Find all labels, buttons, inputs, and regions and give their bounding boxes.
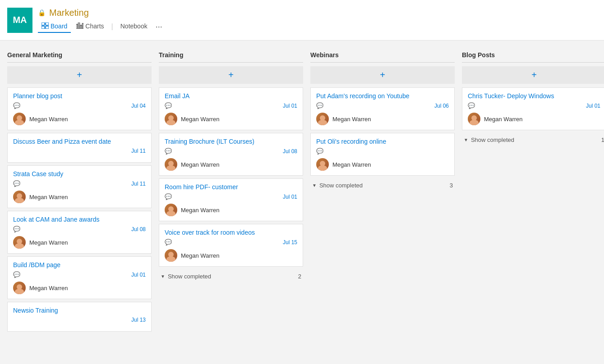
avatar [165,158,177,171]
nav-more[interactable]: ··· [153,21,165,32]
assignee-name: Megan Warren [29,285,68,291]
comment-icon: 💬 [165,102,172,109]
task-card[interactable]: Training Brochure (ILT Courses) 💬 Jul 08… [159,133,303,176]
task-card[interactable]: Look at CAM and Jane awards 💬 Jul 08 Meg… [7,211,152,254]
task-assignee: Megan Warren [13,236,146,249]
svg-rect-3 [46,26,49,29]
app-avatar: MA [7,8,32,33]
avatar [165,249,177,262]
task-date: Jul 15 [283,239,297,246]
column-training: Training + Email JA 💬 Jul 01 Megan Warre… [159,48,303,357]
assignee-name: Megan Warren [332,116,371,123]
column-header-general-marketing: General Marketing [7,48,152,63]
task-card[interactable]: Planner blog post 💬 Jul 04 Megan Warren [7,87,152,130]
show-completed-blog-posts[interactable]: ▼ Show completed 1 [462,133,604,147]
task-assignee: Megan Warren [468,113,600,125]
task-card[interactable]: Strata Case study 💬 Jul 11 Megan Warren [7,165,152,208]
task-assignee: Megan Warren [316,113,449,125]
lock-icon: 🔒 [38,9,46,16]
task-assignee: Megan Warren [13,282,146,294]
svg-rect-4 [76,24,78,29]
task-title: Chris Tucker- Deploy Windows [468,92,600,100]
comment-icon: 💬 [165,148,172,155]
comment-icon: 💬 [13,102,20,109]
show-completed-label: Show completed [319,182,363,189]
column-blog-posts: Blog Posts + Chris Tucker- Deploy Window… [462,48,604,357]
comment-icon: 💬 [13,226,20,232]
nav-separator: | [111,23,113,31]
nav-notebook[interactable]: Notebook [117,21,151,32]
task-date: Jul 01 [283,194,297,200]
assignee-name: Megan Warren [332,161,371,168]
task-title: Voice over track for room videos [165,229,297,236]
task-title: Build /BDM page [13,261,146,268]
chevron-down-icon: ▼ [464,137,468,142]
task-card[interactable]: Put Adam's recording on Youtube 💬 Jul 06… [310,87,455,130]
completed-count: 3 [450,182,453,189]
task-date: Jul 06 [434,103,449,109]
task-title: Newsio Training [13,307,146,314]
chevron-down-icon: ▼ [312,183,317,188]
column-webinars: Webinars + Put Adam's recording on Youtu… [310,48,455,357]
assignee-name: Megan Warren [29,239,68,246]
nav-board-label: Board [51,23,67,30]
task-date: Jul 01 [586,103,600,109]
board-container: General Marketing + Planner blog post 💬 … [0,41,604,364]
show-completed-webinars[interactable]: ▼ Show completed 3 [310,178,455,192]
avatar [316,158,329,171]
avatar [468,113,480,125]
task-card[interactable]: Put Oli's recording online 💬 Megan Warre… [310,133,455,176]
task-meta: 💬 Jul 04 [13,102,146,109]
header-nav: Board Charts | Notebook ··· [38,21,165,33]
task-date: Jul 08 [283,148,297,155]
task-meta: 💬 Jul 01 [13,271,146,278]
task-meta: 💬 Jul 01 [165,102,297,109]
task-date: Jul 01 [283,103,297,109]
header-right: 🔒 Marketing Board Charts | Notebook ··· [38,8,165,33]
svg-rect-7 [83,23,84,29]
add-task-webinars[interactable]: + [310,66,455,84]
column-header-blog-posts: Blog Posts [462,48,604,63]
task-title: Discuss Beer and Pizza event date [13,138,146,145]
completed-count: 2 [298,273,301,280]
task-card[interactable]: Newsio Training Jul 13 [7,302,152,332]
comment-icon: 💬 [316,102,323,109]
task-card[interactable]: Discuss Beer and Pizza event date Jul 11 [7,133,152,163]
task-meta: 💬 [316,148,449,155]
task-title: Strata Case study [13,170,146,177]
task-title: Email JA [165,92,297,100]
task-card[interactable]: Voice over track for room videos 💬 Jul 1… [159,224,303,267]
task-assignee: Megan Warren [13,113,146,125]
task-meta: Jul 13 [13,317,146,323]
task-meta: 💬 Jul 01 [165,193,297,200]
task-assignee: Megan Warren [165,158,297,171]
task-card[interactable]: Build /BDM page 💬 Jul 01 Megan Warren [7,256,152,299]
nav-charts[interactable]: Charts [73,21,107,33]
task-assignee: Megan Warren [13,191,146,203]
show-completed-training[interactable]: ▼ Show completed 2 [159,269,303,283]
avatar [13,191,26,203]
add-task-blog-posts[interactable]: + [462,66,604,84]
task-date: Jul 11 [131,148,146,154]
nav-board[interactable]: Board [38,21,71,33]
task-card[interactable]: Email JA 💬 Jul 01 Megan Warren [159,87,303,130]
task-meta: 💬 Jul 01 [468,102,600,109]
column-header-webinars: Webinars [310,48,455,63]
task-assignee: Megan Warren [165,204,297,216]
comment-icon: 💬 [165,239,172,246]
task-card[interactable]: Chris Tucker- Deploy Windows 💬 Jul 01 Me… [462,87,604,130]
add-task-training[interactable]: + [159,66,303,84]
task-date: Jul 13 [131,317,146,323]
column-general-marketing: General Marketing + Planner blog post 💬 … [7,48,152,357]
chevron-down-icon: ▼ [161,274,165,279]
task-card[interactable]: Room hire PDF- customer 💬 Jul 01 Megan W… [159,178,303,221]
add-task-general-marketing[interactable]: + [7,66,152,84]
task-meta: 💬 Jul 08 [165,148,297,155]
task-title: Put Oli's recording online [316,138,449,145]
task-assignee: Megan Warren [165,113,297,125]
nav-charts-label: Charts [85,23,104,30]
show-completed-label: Show completed [168,273,211,280]
assignee-name: Megan Warren [181,116,220,123]
svg-rect-5 [78,23,80,29]
avatar [165,113,177,125]
